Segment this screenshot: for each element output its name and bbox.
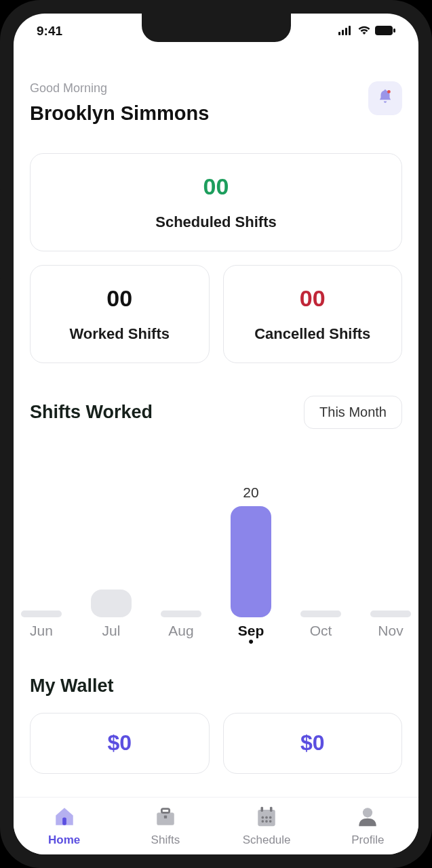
chart-bar-oct[interactable] [292,611,350,617]
chart-bar [370,611,411,617]
svg-rect-13 [270,807,273,812]
worked-label: Worked Shifts [69,325,170,343]
greeting-text: Good Morning [30,81,209,96]
profile-icon [356,805,379,831]
bell-icon [376,88,394,108]
svg-rect-12 [261,807,264,812]
tab-profile-label: Profile [351,833,384,847]
wallet-card-right[interactable]: $0 [223,713,403,774]
username-text: Brooklyn Simmons [30,102,209,125]
tab-shifts-label: Shifts [151,833,180,847]
chart-month-label: Jun [14,623,71,644]
cancelled-label: Cancelled Shifts [254,325,370,343]
svg-rect-1 [342,30,344,35]
chart-bar [91,590,132,617]
wallet-card-left[interactable]: $0 [30,713,210,774]
scheduled-value: 00 [203,173,229,200]
wallet-left-value: $0 [107,730,132,756]
chart-bar-jun[interactable] [14,611,71,617]
chart-bar [300,611,341,617]
wallet-right-value: $0 [300,730,325,756]
svg-point-14 [262,817,264,819]
cellular-icon [338,24,353,39]
briefcase-icon [154,805,177,831]
svg-rect-7 [62,817,66,825]
svg-point-20 [363,808,372,817]
svg-rect-9 [161,809,169,813]
period-filter-button[interactable]: This Month [304,396,402,429]
tab-shifts[interactable]: Shifts [115,798,216,854]
chart-month-label: Jul [82,623,140,644]
status-indicators [338,24,395,39]
scheduled-label: Scheduled Shifts [155,213,276,231]
tab-bar: Home Shifts Schedule Profile [14,797,418,854]
wallet-title: My Wallet [30,676,402,697]
svg-point-17 [262,820,264,823]
chart-bar [21,611,62,617]
svg-point-15 [265,817,268,819]
calendar-icon [255,805,278,831]
chart-active-dot: • [222,639,280,644]
svg-point-6 [387,90,391,94]
svg-rect-0 [338,32,340,35]
shifts-worked-title: Shifts Worked [30,402,153,423]
tab-home[interactable]: Home [14,798,115,854]
tab-profile[interactable]: Profile [317,798,418,854]
svg-rect-2 [345,28,347,35]
cancelled-value: 00 [300,285,326,312]
cancelled-shifts-card[interactable]: 00 Cancelled Shifts [223,265,403,363]
tab-schedule[interactable]: Schedule [216,798,317,854]
battery-icon [375,24,395,39]
chart-month-label: Oct [292,623,350,644]
svg-rect-8 [157,812,174,825]
chart-bar [231,506,271,617]
worked-value: 00 [106,285,132,312]
worked-shifts-card[interactable]: 00 Worked Shifts [30,265,210,363]
shifts-worked-chart: 20 JunJulAugSep•OctNov [30,441,402,644]
chart-bar-sep[interactable]: 20 [222,484,280,617]
svg-rect-5 [393,28,395,33]
chart-bar-nov[interactable] [361,611,418,617]
svg-point-18 [265,820,268,823]
chart-month-label: Aug [152,623,210,644]
svg-point-19 [269,820,272,823]
tab-schedule-label: Schedule [243,833,291,847]
tab-home-label: Home [48,833,80,847]
chart-bar-value-label: 20 [243,484,258,501]
notifications-button[interactable] [368,81,402,115]
home-icon [53,805,76,831]
chart-bar-aug[interactable] [152,611,210,617]
svg-point-16 [269,817,272,819]
chart-bar-jul[interactable] [82,590,140,617]
chart-month-label: Nov [361,623,418,644]
status-time: 9:41 [37,24,62,39]
svg-rect-4 [375,26,393,35]
chart-bar [161,611,201,617]
svg-rect-3 [349,26,351,35]
svg-rect-10 [164,816,167,819]
scheduled-shifts-card[interactable]: 00 Scheduled Shifts [30,153,402,251]
wifi-icon [357,24,371,39]
